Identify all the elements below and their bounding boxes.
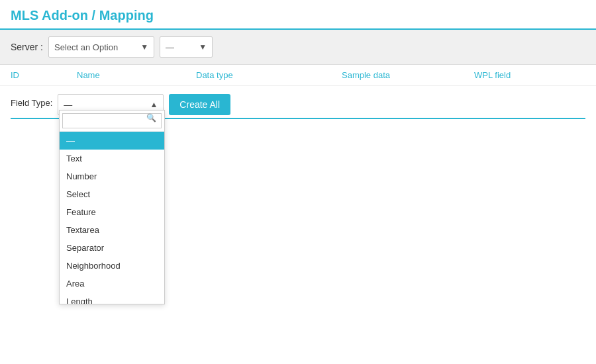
secondary-select[interactable]: — ▼ (160, 36, 213, 58)
field-type-label: Field Type: (11, 94, 52, 108)
col-header-wpl: WPL field (474, 70, 585, 80)
server-select-arrow: ▼ (140, 42, 148, 52)
dropdown-item[interactable]: Textarea (60, 221, 164, 239)
toolbar-row: Server : Select an Option ▼ — ▼ (0, 30, 596, 65)
field-type-dropdown: 🔍 —TextNumberSelectFeatureTextareaSepara… (59, 110, 165, 304)
dropdown-item[interactable]: Neighborhood (60, 257, 164, 275)
col-header-id: ID (11, 70, 77, 80)
page-wrapper: MLS Add-on / Mapping Server : Select an … (0, 0, 596, 364)
dropdown-item[interactable]: Length (60, 293, 164, 304)
column-headers: ID Name Data type Sample data WPL field (0, 65, 596, 86)
server-label: Server : (11, 42, 43, 52)
dropdown-item[interactable]: Select (60, 185, 164, 203)
search-icon: 🔍 (146, 113, 156, 122)
dropdown-list: —TextNumberSelectFeatureTextareaSeparato… (60, 132, 164, 304)
dropdown-search-wrap: 🔍 (62, 113, 162, 128)
secondary-select-arrow: ▼ (199, 42, 207, 52)
dropdown-item[interactable]: Separator (60, 239, 164, 257)
dropdown-item[interactable]: Feature (60, 203, 164, 221)
main-content: Field Type: — ▲ Create All 🔍 —TextNumber… (0, 86, 596, 364)
dropdown-item[interactable]: — (60, 132, 164, 150)
field-type-selected-value: — (64, 100, 72, 110)
create-all-button[interactable]: Create All (169, 94, 230, 115)
server-select[interactable]: Select an Option ▼ (48, 36, 154, 58)
field-type-up-arrow: ▲ (150, 100, 158, 109)
page-header: MLS Add-on / Mapping (0, 0, 596, 30)
dropdown-item[interactable]: Text (60, 150, 164, 167)
col-header-sample: Sample data (342, 70, 474, 80)
col-header-name: Name (77, 70, 196, 80)
dropdown-search-box: 🔍 (60, 111, 164, 132)
secondary-select-value: — (166, 42, 174, 52)
page-title: MLS Add-on / Mapping (11, 8, 585, 23)
dropdown-item[interactable]: Area (60, 275, 164, 293)
dropdown-item[interactable]: Number (60, 167, 164, 185)
col-header-datatype: Data type (196, 70, 342, 80)
server-select-value: Select an Option (54, 42, 118, 52)
